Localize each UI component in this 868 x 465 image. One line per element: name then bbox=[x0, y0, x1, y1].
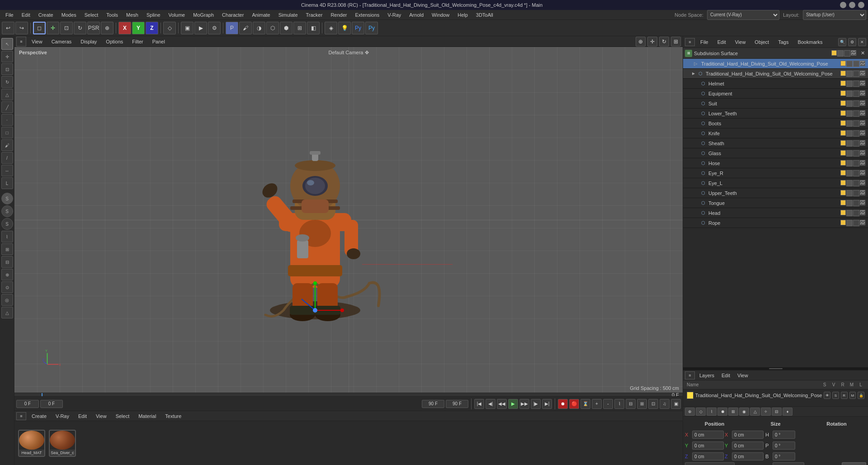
node-vis-btn[interactable] bbox=[846, 200, 853, 206]
end-frame-input2[interactable] bbox=[446, 400, 468, 408]
anim-extra2[interactable]: ⊡ bbox=[648, 399, 658, 409]
menu-spline[interactable]: Spline bbox=[143, 11, 164, 19]
props-extra4[interactable]: ✧ bbox=[761, 408, 771, 416]
tree-row[interactable]: ⬡Tongue bbox=[683, 198, 868, 208]
apply-button[interactable]: Apply bbox=[842, 462, 866, 465]
python2-button[interactable]: Py bbox=[365, 22, 378, 34]
rt-file[interactable]: File bbox=[697, 38, 712, 46]
tree-row[interactable]: ⬡Boots bbox=[683, 119, 868, 128]
menu-edit[interactable]: Edit bbox=[18, 11, 34, 19]
menu-create[interactable]: Create bbox=[35, 11, 57, 19]
move-tool[interactable]: ✛ bbox=[1, 51, 13, 62]
node-vis-btn[interactable] bbox=[846, 210, 853, 216]
mat-create[interactable]: Create bbox=[28, 413, 50, 420]
rt-search-btn[interactable]: 🔍 bbox=[838, 38, 846, 46]
snap-button[interactable]: ◈ bbox=[325, 22, 337, 34]
props-extra5[interactable]: ⊟ bbox=[772, 408, 782, 416]
node-color-btn[interactable] bbox=[840, 170, 846, 176]
layer-eye-btn[interactable]: 👁 bbox=[824, 392, 830, 399]
add-key-button[interactable]: + bbox=[592, 399, 602, 409]
pos-y-input[interactable] bbox=[692, 441, 724, 450]
node-checker-btn[interactable] bbox=[860, 110, 865, 116]
rt-edit[interactable]: Edit bbox=[714, 38, 730, 46]
layers-view[interactable]: View bbox=[735, 372, 751, 379]
node-mat-btn[interactable] bbox=[853, 81, 859, 87]
scale-tool[interactable]: ⊡ bbox=[1, 63, 13, 75]
pos-z-input[interactable] bbox=[692, 452, 724, 460]
material-head-mat[interactable]: Head_MAT bbox=[18, 430, 45, 457]
paint-button[interactable]: 🖌 bbox=[239, 22, 252, 34]
menu-select[interactable]: Select bbox=[81, 11, 102, 19]
node-checker-btn[interactable] bbox=[860, 200, 865, 205]
menu-character[interactable]: Character bbox=[218, 11, 247, 19]
props-extra6[interactable]: ♦ bbox=[783, 408, 793, 416]
play-button[interactable]: ▶ bbox=[508, 399, 518, 409]
vt-panel[interactable]: Panel bbox=[149, 38, 169, 45]
viewport[interactable]: Perspective Default Camera ✥ Grid Spacin… bbox=[14, 47, 683, 393]
tree-row[interactable]: ⬡Eye_R bbox=[683, 168, 868, 178]
menu-arnold[interactable]: Arnold bbox=[406, 11, 427, 19]
node-color-btn[interactable] bbox=[840, 150, 846, 156]
anim-extra3[interactable]: ♫ bbox=[660, 399, 670, 409]
pos-x-input[interactable] bbox=[692, 431, 724, 439]
prev-frame-button[interactable]: ◀| bbox=[486, 399, 495, 409]
viewport-icons-btn[interactable]: ⊕ bbox=[636, 37, 646, 47]
select-box-tool[interactable]: □ bbox=[1, 127, 13, 138]
layer-row-main[interactable]: Traditional_Hard_Hat_Diving_Suit_Old_Wel… bbox=[685, 390, 866, 400]
node-color-btn[interactable] bbox=[840, 100, 846, 106]
redo-button[interactable]: ↪ bbox=[15, 22, 28, 34]
polygon-tool[interactable]: △ bbox=[1, 89, 13, 100]
menu-tools[interactable]: Tools bbox=[103, 11, 122, 19]
node-color-btn[interactable] bbox=[840, 190, 846, 195]
node-vis-btn[interactable] bbox=[846, 150, 853, 157]
node-mat-btn[interactable] bbox=[853, 71, 859, 77]
rotate-tool[interactable]: ↻ bbox=[1, 76, 13, 88]
node-color-btn[interactable] bbox=[840, 130, 846, 136]
light-button[interactable]: 💡 bbox=[338, 22, 351, 34]
node-vis-btn[interactable] bbox=[846, 190, 853, 196]
menu-animate[interactable]: Animate bbox=[248, 11, 274, 19]
s-icon-5[interactable]: ⊞ bbox=[1, 243, 13, 255]
layer-motion-btn[interactable]: M bbox=[849, 392, 856, 399]
psr-button[interactable]: PSR bbox=[87, 22, 100, 34]
node-checker-btn[interactable] bbox=[860, 100, 865, 106]
s-icon-2[interactable]: S bbox=[1, 205, 13, 217]
point-tool[interactable]: · bbox=[1, 114, 13, 126]
node-checker-btn[interactable] bbox=[860, 150, 865, 156]
s-icon-7[interactable]: ⊕ bbox=[1, 269, 13, 280]
paint-tool[interactable]: 🖌 bbox=[1, 139, 13, 151]
menu-extensions[interactable]: Extensions bbox=[351, 11, 383, 19]
next-frame-button[interactable]: |▶ bbox=[531, 399, 541, 409]
tree-row[interactable]: ⬡Suit bbox=[683, 99, 868, 109]
node-vis-btn[interactable] bbox=[846, 220, 853, 226]
menu-3dtoall[interactable]: 3DToAll bbox=[472, 11, 497, 19]
viewport-menu-toggle[interactable]: ≡ bbox=[16, 37, 26, 47]
layers-menu[interactable]: Layers bbox=[697, 372, 717, 379]
end-frame-input1[interactable] bbox=[422, 400, 444, 408]
anim-extra1[interactable]: ⊞ bbox=[637, 399, 647, 409]
transform-button[interactable]: ⊕ bbox=[101, 22, 113, 34]
tree-row[interactable]: ⬡Rope bbox=[683, 218, 868, 228]
s-icon-3[interactable]: S bbox=[1, 218, 13, 230]
node-checker-btn[interactable] bbox=[860, 120, 865, 126]
node-color-btn[interactable] bbox=[840, 81, 846, 86]
menu-help[interactable]: Help bbox=[454, 11, 472, 19]
node-checker-btn[interactable] bbox=[860, 190, 865, 195]
node-checker-btn[interactable] bbox=[860, 140, 865, 146]
menu-mesh[interactable]: Mesh bbox=[123, 11, 142, 19]
node-color-btn[interactable] bbox=[840, 140, 846, 146]
s-icon-9[interactable]: ◎ bbox=[1, 294, 13, 306]
tree-row[interactable]: ⬡Knife bbox=[683, 128, 868, 138]
motion-clip-button[interactable]: ⊟ bbox=[626, 399, 636, 409]
node-mat-btn[interactable] bbox=[853, 90, 859, 97]
tree-row[interactable]: ⬡Lower_Teeth bbox=[683, 109, 868, 119]
node-color-btn[interactable] bbox=[840, 90, 846, 96]
node-mat-btn[interactable] bbox=[853, 200, 859, 206]
play-back-button[interactable]: ◀◀ bbox=[497, 399, 507, 409]
menu-vray[interactable]: V-Ray bbox=[384, 11, 405, 19]
subdiv-color-btn[interactable] bbox=[831, 50, 837, 56]
vt-cameras[interactable]: Cameras bbox=[48, 38, 75, 45]
rot-p-input[interactable] bbox=[773, 441, 795, 450]
coord-system-select[interactable]: Object (Rel) bbox=[685, 462, 735, 465]
vt-view[interactable]: View bbox=[28, 38, 46, 45]
